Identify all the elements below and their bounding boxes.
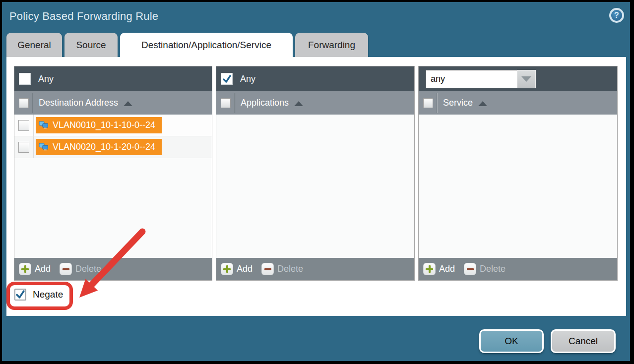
address-object-chip[interactable]: VLAN0010_10-1-10-0--24 xyxy=(36,117,162,133)
negate-checkbox[interactable] xyxy=(14,289,26,301)
applications-any-label: Any xyxy=(240,74,255,84)
destination-any-label: Any xyxy=(38,74,54,84)
add-icon xyxy=(19,263,31,275)
service-toolbar: Add Delete xyxy=(419,258,617,280)
pbf-rule-dialog: Policy Based Forwarding Rule ? General S… xyxy=(2,2,630,361)
destination-column-header[interactable]: Destination Address xyxy=(14,91,212,115)
add-label: Add xyxy=(439,264,455,274)
tab-content: Any Destination Address xyxy=(6,57,626,316)
add-label: Add xyxy=(237,264,253,274)
tab-destination-application-service[interactable]: Destination/Application/Service xyxy=(120,33,293,57)
sort-ascending-icon xyxy=(294,101,303,106)
applications-toolbar: Add Delete xyxy=(216,258,414,280)
applications-column-header[interactable]: Applications xyxy=(216,91,414,115)
applications-select-all-checkbox[interactable] xyxy=(221,98,231,108)
applications-panel: Any Applications Add Delete xyxy=(216,66,415,281)
address-object-label: VLAN0020_10-1-20-0--24 xyxy=(53,142,155,152)
destination-toolbar: Add Delete xyxy=(14,258,212,280)
address-group-icon xyxy=(39,143,49,152)
destination-any-checkbox[interactable] xyxy=(19,73,31,85)
destination-list: VLAN0010_10-1-10-0--24 xyxy=(14,115,212,258)
row-checkbox[interactable] xyxy=(18,142,29,153)
screenshot-root: Policy Based Forwarding Rule ? General S… xyxy=(0,0,634,364)
sort-ascending-icon xyxy=(124,101,132,106)
delete-icon xyxy=(261,263,274,275)
row-separator xyxy=(33,136,34,158)
destination-select-all-checkbox[interactable] xyxy=(19,98,29,108)
tab-general[interactable]: General xyxy=(6,33,62,57)
applications-any-checkbox[interactable] xyxy=(221,73,233,85)
service-column-label: Service xyxy=(443,98,473,108)
service-column-header[interactable]: Service xyxy=(419,91,617,115)
add-icon xyxy=(221,263,233,275)
dialog-title: Policy Based Forwarding Rule xyxy=(9,10,158,23)
cancel-button[interactable]: Cancel xyxy=(551,329,616,353)
row-checkbox[interactable] xyxy=(18,120,29,131)
column-separator xyxy=(437,93,438,113)
address-group-icon xyxy=(39,121,49,130)
address-object-label: VLAN0010_10-1-10-0--24 xyxy=(53,120,155,130)
delete-icon xyxy=(60,263,72,275)
address-object-chip[interactable]: VLAN0020_10-1-20-0--24 xyxy=(36,139,162,155)
delete-label: Delete xyxy=(75,264,101,274)
add-button[interactable]: Add xyxy=(221,263,253,275)
delete-label: Delete xyxy=(277,264,303,274)
destination-row-1[interactable]: VLAN0020_10-1-20-0--24 xyxy=(14,136,212,158)
negate-label: Negate xyxy=(33,289,63,300)
column-separator xyxy=(33,93,33,113)
destination-row-0[interactable]: VLAN0010_10-1-10-0--24 xyxy=(14,115,212,136)
service-dropdown-button[interactable] xyxy=(517,70,536,88)
delete-label: Delete xyxy=(480,264,506,274)
delete-button[interactable]: Delete xyxy=(464,263,506,275)
negate-control: Negate xyxy=(14,289,63,301)
chevron-down-icon xyxy=(521,76,531,82)
row-separator xyxy=(33,115,34,136)
tab-forwarding[interactable]: Forwarding xyxy=(295,33,368,57)
add-button[interactable]: Add xyxy=(423,263,455,275)
tab-bar: General Source Destination/Application/S… xyxy=(6,33,368,57)
destination-address-panel: Any Destination Address xyxy=(14,66,212,281)
destination-any-bar: Any xyxy=(14,66,212,91)
service-panel: any Service Add xyxy=(418,66,618,281)
destination-column-label: Destination Address xyxy=(39,98,118,108)
delete-icon xyxy=(464,263,476,275)
add-button[interactable]: Add xyxy=(19,263,51,275)
column-separator xyxy=(235,93,235,113)
checkmark-icon xyxy=(223,75,231,83)
add-icon xyxy=(423,263,436,275)
delete-button[interactable]: Delete xyxy=(60,263,101,275)
help-icon[interactable]: ? xyxy=(609,8,624,23)
checkmark-icon xyxy=(16,290,25,299)
add-label: Add xyxy=(35,264,51,274)
service-dropdown[interactable]: any xyxy=(426,70,536,88)
delete-button[interactable]: Delete xyxy=(261,263,303,275)
sort-ascending-icon xyxy=(478,101,487,106)
applications-column-label: Applications xyxy=(241,98,289,108)
ok-button[interactable]: OK xyxy=(479,329,544,353)
service-select-all-checkbox[interactable] xyxy=(423,98,433,108)
applications-any-bar: Any xyxy=(216,66,414,91)
applications-list xyxy=(216,115,414,258)
service-dropdown-bar: any xyxy=(419,66,617,91)
service-list xyxy=(419,115,617,258)
tab-source[interactable]: Source xyxy=(64,33,118,57)
service-dropdown-value[interactable]: any xyxy=(426,70,517,88)
